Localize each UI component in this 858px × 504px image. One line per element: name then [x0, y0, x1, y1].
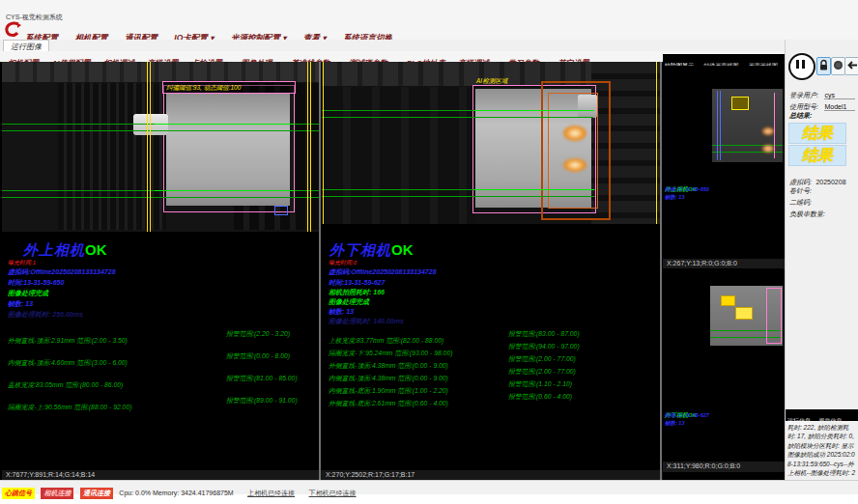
camera-result-left: 外上相机OK	[23, 241, 107, 260]
alarm-range-text: 报警范围:(2.00 - 77.00)	[508, 354, 576, 364]
weld-glow	[762, 127, 774, 135]
camera-image-left[interactable]: 纠偏阈值:93, 动态阈值:100	[2, 62, 319, 232]
frame-count-line: 帧数: 13	[8, 299, 33, 309]
power-button[interactable]	[831, 57, 845, 75]
status-bar: 心跳信号 相机连接 通讯连接 Cpu: 0.0% Memory: 3424.41…	[0, 480, 858, 494]
baseline	[322, 117, 593, 118]
process-done-line: 图像处理完成	[8, 289, 48, 298]
alarm-range-text: 报警范围:(81.00 - 85.00)	[226, 374, 298, 383]
virtual-code-value: 20250208	[815, 179, 845, 185]
highlight-box-yellow	[735, 307, 753, 320]
preview-image-top[interactable]: 外上相机OK 时间:13-31-59-650 帧数: 13	[663, 66, 783, 259]
baseline	[2, 197, 319, 198]
process-done-line: 图像处理完成	[329, 297, 369, 307]
frame-count-line: 帧数: 13	[665, 194, 684, 201]
frame-count-line: 帧数: 13	[329, 307, 354, 317]
menu-bar: 系统配置 相机配置 通讯配置 IO卡配置 ▾ 光源控制配置 ▾ 查看 ▾ 系统语…	[0, 23, 858, 40]
app-logo-icon	[4, 20, 22, 39]
camera-result-mid: 外下相机OK	[329, 241, 414, 260]
shot-cost-line: 相机拍照耗时: 166	[329, 288, 385, 297]
measurement-row: 外侧直线-底面:2.61mm 范围:(0.60 - 4.00) 报警范围:(0.…	[329, 392, 657, 409]
exposure-note: 曝光时间:0	[329, 259, 357, 267]
guide-line-yellow	[310, 62, 311, 232]
virtual-code-line: 虚拟码:Offline20250208133134728	[329, 267, 437, 277]
guide-line-yellow	[147, 62, 148, 232]
exit-button[interactable]	[844, 57, 858, 75]
alarm-range-text: 报警范围:(2.20 - 3.20)	[226, 329, 290, 339]
lock-button[interactable]	[816, 57, 831, 75]
power-icon	[834, 61, 843, 70]
panel-divider	[319, 62, 321, 480]
highlight-box-yellow	[721, 295, 735, 306]
machine-bed	[322, 87, 476, 224]
measurement-row: 外侧直线-顶面:2.91mm 范围:(2.00 - 3.50) 报警范围:(2.…	[8, 329, 317, 347]
guide-line-yellow	[307, 62, 308, 232]
lock-icon	[818, 59, 829, 71]
preview-column: 缺陷图显示 特殊画面线图 画面画线图 外上相机OK 时间:13-31-59-65…	[663, 54, 783, 480]
guide-line-yellow	[323, 62, 324, 224]
guide-line-yellow	[656, 62, 657, 224]
roi-label-left: 纠偏阈值:93, 动态阈值:100	[166, 84, 241, 93]
weld-glow	[762, 145, 774, 153]
preview-photo	[710, 286, 783, 346]
roi-outline-blue	[274, 206, 288, 215]
info-tab-bar: 运行信息 视觉信息 缺陷信息	[786, 409, 858, 421]
alarm-range-text: 报警范围:(2.00 - 77.00)	[508, 367, 576, 377]
camera-name: 外上相机	[23, 241, 85, 258]
run-info-text: 耗时: 222, 缺陷检测耗时: 17, 缺陷分类耗时: 0, 缺陷模块分区耗时…	[787, 423, 856, 487]
upper-camera-status: 上相机已经连接	[247, 490, 295, 496]
measurement-text: 盖板宽度:83.05mm 范围:(80.00 - 86.00)	[8, 381, 123, 388]
baseline-bright	[155, 190, 295, 191]
guide-line-yellow	[150, 62, 151, 232]
weld-glow	[563, 126, 586, 141]
process-cost-line: 图像处理耗时: 256.00ms	[8, 310, 83, 320]
roi-outline-pink	[766, 288, 782, 344]
heartbeat-badge: 心跳信号	[2, 488, 35, 499]
camera-status-ok: OK	[85, 241, 107, 258]
alarm-range-text: 报警范围:(94.00 - 97.00)	[508, 342, 580, 351]
exit-arrow-icon	[846, 59, 858, 71]
app-window: CYS-视觉检测系统 系统配置 相机配置 通讯配置 IO卡配置 ▾ 光源控制配置…	[0, 0, 858, 504]
pixel-coords-preview-bottom: X:311;Y:980;R:0;G:0;B:0	[663, 462, 786, 472]
pause-icon	[802, 60, 805, 69]
comm-link-badge: 通讯连接	[80, 488, 113, 499]
measurement-row: 隔圈宽度-上:90.56mm 范围:(88.00 - 92.00) 报警范围:(…	[8, 396, 317, 413]
model-label: 使用型号:	[789, 103, 818, 110]
baseline	[322, 196, 595, 197]
virtual-code-line: 虚拟码:Offline20250208133134728	[8, 267, 116, 277]
measurement-text: 隔圈宽度-上:90.56mm 范围:(88.00 - 92.00)	[8, 404, 131, 410]
roi-outline-pink	[163, 85, 295, 212]
camera-image-mid[interactable]: AI检测区域	[322, 62, 660, 224]
total-result-label: 总结果:	[789, 111, 812, 121]
time-line: 时间:13-31-59-627	[665, 412, 709, 419]
camera-panel-mid: AI检测区域 外下相机OK 曝光时间:0 虚拟码:Offline20250208…	[322, 62, 660, 480]
connector-part	[133, 114, 168, 135]
model-value[interactable]: Model1	[824, 103, 855, 111]
alarm-range-text: 报警范围:(89.00 - 91.00)	[226, 396, 298, 406]
alarm-range-text: 报警范围:(83.00 - 87.00)	[508, 329, 580, 339]
virtual-code-label: 虚拟码:	[789, 179, 812, 185]
time-line: 时间:13-31-59-650	[665, 186, 709, 193]
result-badge-2: 结果	[788, 145, 846, 166]
baseline-bright	[155, 124, 295, 125]
preview-tab-bar: 缺陷图显示 特殊画面线图 画面画线图	[663, 54, 785, 66]
panel-divider	[660, 62, 662, 480]
weld-glow	[563, 158, 586, 172]
measurement-text: 内侧直线-顶面:4.60mm 范围:(3.00 - 6.00)	[8, 359, 128, 366]
exposure-note: 曝光时间:1	[8, 259, 36, 267]
measurement-row: 盖板宽度:83.05mm 范围:(80.00 - 86.00) 报警范围:(81…	[8, 374, 317, 391]
camera-link-badge: 相机连接	[41, 488, 73, 499]
time-line: 时间:13-31-59-627	[329, 278, 385, 288]
title-bar: CYS-视觉检测系统	[0, 0, 858, 24]
measurement-text: 外侧直线-顶面:2.91mm 范围:(2.00 - 3.50)	[8, 337, 128, 344]
camera-panel-left: 纠偏阈值:93, 动态阈值:100 外上相机OK 曝光时间:1 虚拟码:Offl…	[2, 62, 319, 480]
camera-name: 外下相机	[329, 241, 391, 258]
result-badge-1: 结果	[788, 123, 846, 144]
preview-image-bottom[interactable]: 外下相机OK 时间:13-31-59-627 帧数: 13	[663, 268, 783, 462]
pause-button[interactable]	[788, 53, 815, 80]
negative-count-label: 负极串数量:	[789, 210, 825, 219]
baseline	[2, 130, 319, 131]
alarm-range-text: 报警范围:(0.60 - 4.00)	[508, 392, 572, 402]
qr-code-label: 二维码:	[789, 198, 812, 208]
side-panel: 登录用户: cys 使用型号: Model1 总结果: 结果 结果 虚拟码: 2…	[785, 40, 858, 480]
